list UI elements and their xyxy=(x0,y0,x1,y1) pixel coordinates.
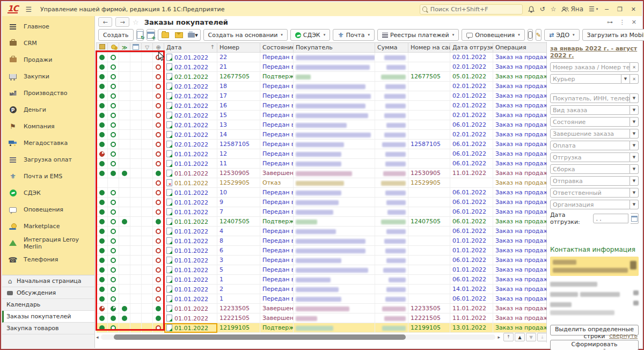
cell-date[interactable]: 01.01.2022 xyxy=(164,227,217,236)
status-cell[interactable] xyxy=(130,130,142,140)
cell-number[interactable]: 12233505 xyxy=(217,304,260,313)
status-cell[interactable] xyxy=(119,198,130,207)
cell-state[interactable]: Передан в ... xyxy=(260,149,294,159)
status-cell[interactable] xyxy=(119,111,130,120)
status-cell[interactable] xyxy=(119,265,130,275)
cell-state[interactable]: Передан в ... xyxy=(260,265,294,275)
status-cell[interactable] xyxy=(108,82,119,91)
column-header[interactable]: Операция xyxy=(493,43,548,53)
status-cell[interactable] xyxy=(108,294,119,304)
cell-site-number[interactable] xyxy=(408,294,450,304)
sidebar-item-notifications[interactable]: Оповещения xyxy=(2,201,94,218)
status-cell[interactable] xyxy=(130,275,142,285)
status-cell[interactable] xyxy=(130,111,142,120)
status-cell[interactable] xyxy=(130,101,142,111)
cell-customer-redacted[interactable] xyxy=(294,72,375,82)
cell-operation[interactable]: Заказ на продажу xyxy=(493,207,548,217)
cell-number[interactable]: 4 xyxy=(217,227,260,236)
sidebar-item-production[interactable]: Производство xyxy=(2,85,94,101)
forward-button[interactable]: → xyxy=(115,17,129,27)
cell-site-number[interactable] xyxy=(408,198,450,207)
cell-state[interactable]: Передан в ... xyxy=(260,227,294,236)
cell-number[interactable]: 12407505 xyxy=(217,217,260,227)
cell-state[interactable]: Передан в ... xyxy=(260,130,294,140)
notifications-bell-icon[interactable] xyxy=(528,6,535,13)
cell-date[interactable]: 02.01.2022 xyxy=(164,130,217,140)
cell-customer-redacted[interactable] xyxy=(294,198,375,207)
status-cell[interactable] xyxy=(142,120,153,130)
cell-date[interactable]: 02.01.2022 xyxy=(164,101,217,111)
cell-state[interactable]: Завершен xyxy=(260,304,294,313)
status-cell[interactable] xyxy=(130,236,142,246)
back-button[interactable]: ← xyxy=(98,17,112,27)
cell-operation[interactable]: Заказ на продажу xyxy=(493,313,548,323)
status-cell[interactable] xyxy=(97,227,108,236)
status-cell[interactable] xyxy=(97,256,108,265)
status-cell[interactable] xyxy=(130,217,142,227)
cell-ship-date[interactable]: 06.01.2022 xyxy=(450,275,493,285)
cell-sum-redacted[interactable] xyxy=(375,169,408,178)
cell-operation[interactable]: Заказ на продажу xyxy=(493,82,548,91)
filter-input[interactable]: Номер заказа / Номер телефона xyxy=(550,62,630,72)
cell-customer-redacted[interactable] xyxy=(294,275,375,285)
table-row[interactable]: 01.01.202212407505Подтверждён1240750506.… xyxy=(97,217,548,227)
sidebar-item-crm[interactable]: CRM xyxy=(2,35,94,52)
cell-number[interactable]: 12199105 xyxy=(217,323,260,333)
filter-input[interactable]: Покупатель, ИНН, телефон xyxy=(550,93,630,103)
discussions-users-icon[interactable]: Яна xyxy=(561,6,583,12)
cell-state[interactable]: Подтверждён xyxy=(260,72,294,82)
status-cell[interactable] xyxy=(142,62,153,72)
column-header[interactable]: Дата отгрузки xyxy=(450,43,493,53)
cell-customer-redacted[interactable] xyxy=(294,159,375,169)
cell-site-number[interactable] xyxy=(408,53,450,62)
cell-ship-date[interactable]: 01.01.2022 xyxy=(450,246,493,256)
status-cell[interactable] xyxy=(97,140,108,149)
status-cell[interactable] xyxy=(130,169,142,178)
status-cell[interactable] xyxy=(108,188,119,198)
cell-date[interactable]: 01.01.2022 xyxy=(164,256,217,265)
status-cell[interactable] xyxy=(119,62,130,72)
status-cell[interactable] xyxy=(153,140,164,149)
cell-sum-redacted[interactable] xyxy=(375,120,408,130)
cell-sum-redacted[interactable] xyxy=(375,323,408,333)
table-row[interactable]: 02.01.202216Передан в ...02.01.2022Заказ… xyxy=(97,101,548,111)
dropdown-caret-icon[interactable]: ▼ xyxy=(630,93,639,103)
cell-ship-date[interactable] xyxy=(450,178,493,188)
cell-sum-redacted[interactable] xyxy=(375,72,408,82)
status-cell[interactable] xyxy=(142,236,153,246)
cell-ship-date[interactable]: 05.01.2022 xyxy=(450,72,493,82)
cell-operation[interactable]: Заказ на продажу xyxy=(493,217,548,227)
status-cell[interactable] xyxy=(97,130,108,140)
copy-button[interactable] xyxy=(136,29,144,41)
print-button[interactable]: ▾ xyxy=(186,30,200,40)
status-cell[interactable] xyxy=(108,178,119,188)
status-cell[interactable] xyxy=(142,246,153,256)
sidebar-item-money[interactable]: РДеньги xyxy=(2,101,94,118)
scrollbar-thumb[interactable] xyxy=(114,334,406,340)
status-cell[interactable] xyxy=(153,285,164,294)
cell-number[interactable]: 2 xyxy=(217,285,260,294)
mail-button[interactable]: ⚜Почта▾ xyxy=(333,29,375,41)
status-cell[interactable] xyxy=(108,120,119,130)
window-tab[interactable]: ⌂Начальная страница xyxy=(2,275,94,287)
status-cell[interactable] xyxy=(119,236,130,246)
status-cell[interactable] xyxy=(97,323,108,333)
dropdown-caret-icon[interactable]: ▼ xyxy=(630,129,639,138)
cell-operation[interactable]: Заказ на продажу xyxy=(493,227,548,236)
cell-customer-redacted[interactable] xyxy=(294,188,375,198)
table-row[interactable]: 01.01.20225Передан в ...01.01.2022Заказ … xyxy=(97,265,548,275)
filter-input[interactable]: Отправка xyxy=(550,176,630,186)
clear-filter-icon[interactable]: ✕ xyxy=(630,74,639,84)
status-cell[interactable] xyxy=(97,236,108,246)
status-cell[interactable] xyxy=(97,207,108,217)
cell-operation[interactable]: Заказ на продажу xyxy=(493,72,548,82)
cell-date[interactable]: 01.01.2022 xyxy=(164,294,217,304)
cell-ship-date[interactable]: 13.01.2022 xyxy=(450,323,493,333)
status-cell[interactable] xyxy=(153,198,164,207)
col-assembly-status[interactable]: ≫ xyxy=(119,43,130,53)
cell-customer-redacted[interactable] xyxy=(294,217,375,227)
status-cell[interactable] xyxy=(130,294,142,304)
filter-input[interactable]: Вид заказа xyxy=(550,105,630,115)
cell-customer-redacted[interactable] xyxy=(294,323,375,333)
cell-site-number[interactable] xyxy=(408,159,450,169)
